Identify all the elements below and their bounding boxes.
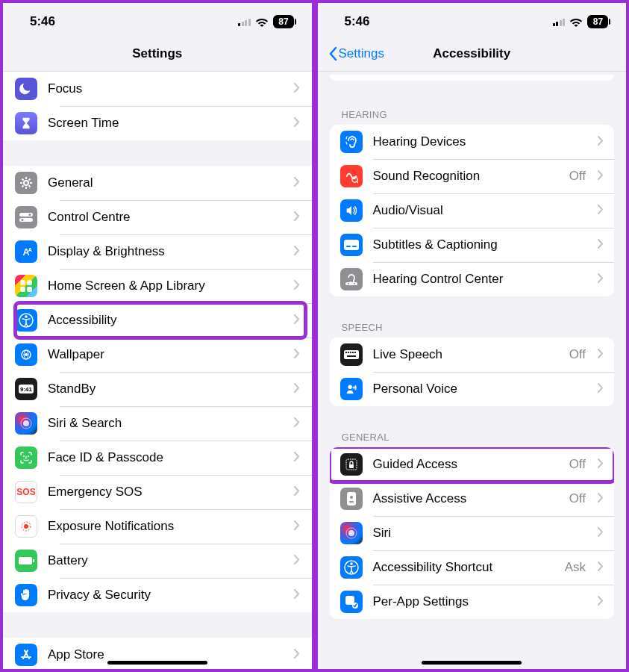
- hand-icon: [15, 584, 37, 606]
- settings-row-focus[interactable]: Focus: [3, 72, 312, 106]
- settings-row-per-app-settings[interactable]: Per-App Settings: [330, 585, 615, 619]
- settings-content[interactable]: FocusScreen Time GeneralControl CentreAA…: [3, 72, 312, 669]
- svg-point-19: [23, 455, 25, 457]
- svg-rect-44: [349, 501, 354, 503]
- svg-point-43: [350, 496, 353, 499]
- settings-row-screen-time[interactable]: Screen Time: [3, 106, 312, 140]
- back-button[interactable]: Settings: [324, 36, 389, 71]
- svg-rect-41: [349, 464, 354, 468]
- chevron-right-icon: [598, 169, 604, 183]
- settings-row-display-brightness[interactable]: AADisplay & Brightness: [3, 234, 312, 269]
- sos-icon: SOS: [15, 481, 37, 503]
- settings-row-control-centre[interactable]: Control Centre: [3, 200, 312, 234]
- row-label: Personal Voice: [373, 382, 588, 396]
- row-label: Focus: [48, 81, 284, 96]
- row-label: Sound Recognition: [373, 169, 559, 184]
- home-indicator[interactable]: [422, 661, 522, 665]
- row-label: Screen Time: [48, 116, 284, 131]
- row-value: Off: [569, 347, 586, 362]
- settings-row-hearing-control-center[interactable]: Hearing Control Center: [330, 262, 615, 296]
- section-header-general: GENERAL: [318, 427, 627, 447]
- svg-text:9:41: 9:41: [20, 386, 33, 393]
- settings-row-general[interactable]: General: [3, 166, 312, 200]
- toggles-icon: [15, 206, 37, 228]
- accessibility-content[interactable]: HEARINGHearing DevicesSound RecognitionO…: [318, 72, 627, 669]
- svg-rect-29: [345, 282, 357, 285]
- wifi-icon: [569, 17, 583, 27]
- settings-row-personal-voice[interactable]: Personal Voice: [330, 372, 615, 406]
- status-time: 5:46: [345, 14, 370, 29]
- svg-point-2: [29, 214, 31, 216]
- settings-row-face-id-passcode[interactable]: Face ID & Passcode: [3, 441, 312, 475]
- settings-row-emergency-sos[interactable]: SOSEmergency SOS: [3, 475, 312, 509]
- moon-icon: [15, 78, 37, 100]
- svg-rect-32: [344, 350, 359, 359]
- settings-row-subtitles-captioning[interactable]: Subtitles & Captioning: [330, 228, 615, 262]
- chevron-right-icon: [294, 211, 300, 224]
- settings-row-assistive-access[interactable]: Assistive AccessOff: [330, 482, 615, 516]
- home-indicator[interactable]: [107, 661, 207, 665]
- settings-row-guided-access[interactable]: Guided AccessOff: [330, 447, 615, 482]
- ear-icon: [340, 131, 363, 153]
- shortcut-icon: [340, 556, 363, 579]
- chevron-left-icon: [328, 46, 337, 61]
- settings-row-wallpaper[interactable]: Wallpaper: [3, 337, 312, 372]
- row-label: Emergency SOS: [48, 485, 284, 500]
- row-label: Wallpaper: [48, 347, 284, 362]
- section-header-speech: SPEECH: [318, 317, 627, 337]
- settings-row-sound-recognition[interactable]: Sound RecognitionOff: [330, 159, 615, 193]
- row-label: Per-App Settings: [373, 594, 588, 609]
- gear-icon: [15, 172, 37, 194]
- settings-row-live-speech[interactable]: Live SpeechOff: [330, 337, 615, 372]
- svg-rect-27: [346, 246, 351, 247]
- svg-point-39: [348, 385, 351, 389]
- settings-row-exposure-notifications[interactable]: Exposure Notifications: [3, 509, 312, 544]
- nav-bar: Settings: [3, 36, 312, 72]
- svg-rect-23: [19, 557, 32, 564]
- row-label: Accessibility: [48, 313, 284, 328]
- svg-rect-7: [20, 280, 25, 285]
- svg-rect-28: [352, 246, 357, 247]
- chevron-right-icon: [598, 273, 604, 286]
- svg-rect-10: [27, 287, 32, 292]
- row-label: Siri & Search: [48, 416, 284, 431]
- settings-row-siri-search[interactable]: Siri & Search: [3, 406, 312, 441]
- svg-point-30: [348, 283, 349, 284]
- row-label: Hearing Devices: [373, 134, 588, 149]
- assist-icon: [340, 488, 363, 510]
- chevron-right-icon: [294, 588, 300, 602]
- settings-row-home-screen-app-library[interactable]: Home Screen & App Library: [3, 269, 312, 303]
- settings-row-audio-visual[interactable]: Audio/Visual: [330, 193, 615, 228]
- captions-icon: [340, 234, 363, 256]
- sound-icon: [340, 165, 363, 187]
- cellular-signal-icon: [238, 17, 251, 26]
- phone-right-accessibility: 5:46 87 Settings Accessibility HEARINGHe…: [315, 0, 630, 672]
- row-label: General: [48, 175, 284, 190]
- settings-row-hearing-devices[interactable]: Hearing Devices: [330, 125, 615, 159]
- settings-row-accessibility-shortcut[interactable]: Accessibility ShortcutAsk: [330, 550, 615, 585]
- row-label: Hearing Control Center: [373, 272, 588, 287]
- hourglass-icon: [15, 112, 37, 134]
- svg-rect-33: [345, 352, 347, 353]
- settings-row-standby[interactable]: 9:41StandBy: [3, 372, 312, 406]
- keyboard-icon: [340, 343, 363, 366]
- settings-row-battery[interactable]: Battery: [3, 544, 312, 578]
- settings-row-privacy-security[interactable]: Privacy & Security: [3, 578, 312, 612]
- brightness-icon: AA: [15, 240, 37, 263]
- cellular-signal-icon: [553, 17, 566, 26]
- chevron-right-icon: [598, 595, 604, 609]
- row-label: Audio/Visual: [373, 203, 588, 218]
- chevron-right-icon: [294, 451, 300, 464]
- section-group-hearing: Hearing DevicesSound RecognitionOffAudio…: [330, 125, 615, 296]
- chevron-right-icon: [598, 561, 604, 574]
- svg-rect-9: [20, 287, 25, 292]
- settings-row-siri[interactable]: Siri: [330, 516, 615, 550]
- standby-icon: 9:41: [15, 378, 37, 400]
- lock-icon: [340, 453, 363, 476]
- row-value: Off: [569, 491, 586, 506]
- row-label: Siri: [373, 526, 588, 541]
- page-title: Accessibility: [433, 46, 510, 61]
- svg-rect-38: [347, 355, 356, 357]
- settings-row-accessibility[interactable]: Accessibility: [3, 303, 312, 337]
- appstore-icon: [15, 644, 37, 666]
